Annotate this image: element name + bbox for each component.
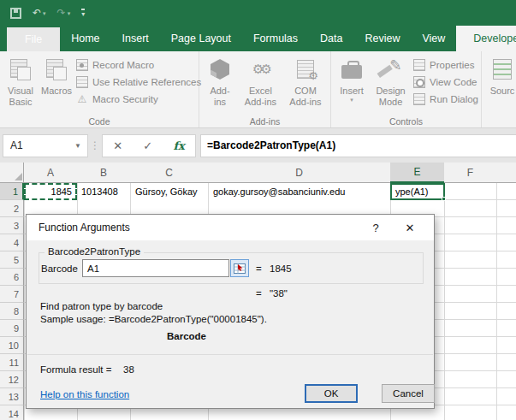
confirm-entry-icon[interactable]: ✓ [143,139,152,152]
insert-control-button[interactable]: Insert ▾ [334,54,370,103]
column-header-f[interactable]: F [444,163,496,183]
row-header-3[interactable]: 3 [0,217,24,234]
function-return-value: "38" [270,288,288,299]
ribbon-tab-bar: File Home Insert Page Layout Formulas Da… [0,26,516,51]
formula-bar: A1 ▼ ⋮ ✕ ✓ fx =Barcode2PatronType(A1) [0,128,516,163]
row-header-6[interactable]: 6 [0,269,24,286]
formula-result-label: Formula result = [40,364,111,375]
visual-basic-icon [10,59,31,80]
row-header-5[interactable]: 5 [0,251,24,269]
undo-dropdown-icon[interactable]: ▾ [43,10,46,16]
tab-data[interactable]: Data [309,26,353,51]
name-box[interactable]: A1 ▼ [3,134,88,157]
source-icon [493,59,512,80]
save-icon [10,8,21,19]
barcode-arg-input[interactable]: A1 [82,259,229,277]
macros-button[interactable]: Macros [39,54,74,97]
column-header-g-partial[interactable] [496,163,516,183]
customize-quick-access-toolbar-icon[interactable]: ▾ [81,9,85,18]
name-box-dropdown-icon[interactable]: ▼ [74,142,87,150]
tab-home[interactable]: Home [60,26,110,51]
add-ins-hexagon-icon [211,59,229,80]
tab-view[interactable]: View [411,26,456,51]
row-header-10[interactable]: 10 [0,337,24,354]
redo-dropdown-icon[interactable]: ▾ [68,10,71,16]
run-dialog-icon [413,93,425,105]
macro-security-button[interactable]: ⚠ Macro Security [76,92,201,105]
tab-file[interactable]: File [7,27,60,51]
row-header-4[interactable]: 4 [0,234,24,251]
source-button[interactable]: Sourc [484,54,516,97]
undo-icon: ↶ [33,8,41,18]
cancel-entry-icon[interactable]: ✕ [113,139,122,152]
undo-button[interactable]: ↶ ▾ [33,8,46,18]
arg-equals-sign: = [256,263,262,274]
cell-c1[interactable]: Gürsoy, Gökay [131,183,208,200]
cell-e1-active[interactable]: ype(A1) [390,183,445,200]
add-ins-button[interactable]: Add-ins [202,54,238,107]
visual-basic-button[interactable]: Visual Basic [3,54,39,107]
ribbon: Visual Basic Macros Record Macro Use Rel… [0,51,516,128]
function-arguments-dialog: Function Arguments ? ✕ Barcode2PatronTyp… [26,214,435,409]
function-name-label: Barcode2PatronType [44,246,144,257]
excel-add-ins-button[interactable]: ⚙⚙ Excel Add-ins [238,54,283,107]
view-code-button[interactable]: View Code [413,75,478,88]
dialog-title-bar[interactable]: Function Arguments ? ✕ [27,215,434,240]
row-header-1[interactable]: 1 [0,183,24,200]
ribbon-group-code: Visual Basic Macros Record Macro Use Rel… [0,51,199,127]
macro-security-warning-icon: ⚠ [76,93,88,105]
cell-a1[interactable]: 1845 [24,183,77,200]
ribbon-group-xml: Sourc [482,51,516,127]
column-header-c[interactable]: C [130,163,208,183]
design-mode-icon: ✎ [380,59,402,80]
row-header-2[interactable]: 2 [0,200,24,217]
use-relative-references-icon [76,76,88,88]
save-button[interactable] [10,8,21,19]
column-header-e[interactable]: E [390,163,444,183]
redo-button[interactable]: ↷ ▾ [57,8,71,18]
column-header-d[interactable]: D [208,163,390,183]
record-macro-button[interactable]: Record Macro [76,58,201,71]
ribbon-group-add-ins: Add-ins ⚙⚙ Excel Add-ins ⚙ COM Add-ins A… [199,51,331,127]
tab-review[interactable]: Review [353,26,411,51]
cell-b1[interactable]: 1013408 [78,183,130,200]
run-dialog-button[interactable]: Run Dialog [413,92,478,105]
tab-page-layout[interactable]: Page Layout [160,26,242,51]
tab-developer[interactable]: Developer [456,26,516,51]
help-on-this-function-link[interactable]: Help on this function [40,389,129,399]
row-header-8[interactable]: 8 [0,303,24,320]
row-header-11[interactable]: 11 [0,354,24,371]
ok-button[interactable]: OK [305,384,358,403]
collapse-dialog-button[interactable] [230,259,249,277]
tab-insert[interactable]: Insert [111,26,160,51]
select-all-corner[interactable] [0,163,24,183]
dialog-close-icon[interactable]: ✕ [393,222,427,234]
insert-dropdown-icon[interactable]: ▾ [350,97,353,103]
result-equals-sign: = [256,288,262,299]
cancel-button[interactable]: Cancel [382,384,435,403]
formula-input[interactable]: =Barcode2PatronType(A1) [200,134,516,157]
group-label-code: Code [0,116,199,127]
row-header-9[interactable]: 9 [0,320,24,337]
com-add-ins-button[interactable]: ⚙ COM Add-ins [283,54,328,107]
column-header-a[interactable]: A [24,163,77,183]
cell-d1[interactable]: gokay.gursoy@sabanciuniv.edu [209,183,390,200]
title-bar: ↶ ▾ ↷ ▾ ▾ [0,0,516,26]
function-description: Find patron type by barcode [40,301,163,311]
properties-icon [413,59,425,71]
macros-icon [46,59,67,80]
design-mode-button[interactable]: ✎ Design Mode [370,54,412,107]
row-header-14[interactable]: 14 [0,405,24,420]
fill-handle[interactable] [442,197,446,201]
dialog-help-icon[interactable]: ? [359,222,393,234]
properties-button[interactable]: Properties [413,58,478,71]
row-header-12[interactable]: 12 [0,371,24,388]
column-header-b[interactable]: B [77,163,130,183]
insert-function-icon[interactable]: fx [174,139,185,152]
select-all-triangle-icon [15,173,22,180]
use-relative-references-button[interactable]: Use Relative References [76,75,201,88]
formula-buttons: ✕ ✓ fx [102,134,196,157]
row-header-7[interactable]: 7 [0,286,24,303]
row-header-13[interactable]: 13 [0,388,24,405]
tab-formulas[interactable]: Formulas [242,26,309,51]
